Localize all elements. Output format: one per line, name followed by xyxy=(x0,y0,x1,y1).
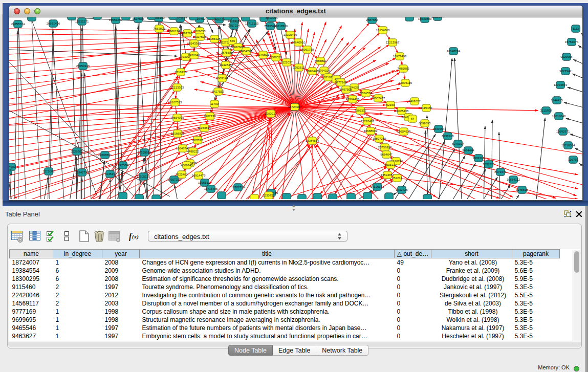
svg-text:16543362: 16543362 xyxy=(187,42,201,45)
svg-text:12975115: 12975115 xyxy=(399,81,412,84)
svg-text:16154808: 16154808 xyxy=(376,29,390,32)
svg-text:64: 64 xyxy=(411,117,415,120)
svg-text:19384554: 19384554 xyxy=(306,139,319,142)
svg-text:16648784: 16648784 xyxy=(447,50,461,53)
svg-text:16914479: 16914479 xyxy=(192,174,206,177)
svg-text:10688609: 10688609 xyxy=(364,129,378,133)
svg-text:0899695: 0899695 xyxy=(419,122,431,125)
svg-text:3624554: 3624554 xyxy=(360,92,372,95)
svg-text:9115460: 9115460 xyxy=(421,106,433,110)
svg-text:13325419: 13325419 xyxy=(284,33,297,36)
svg-text:8471676: 8471676 xyxy=(494,170,507,173)
svg-text:20053346: 20053346 xyxy=(76,64,90,68)
svg-text:16107523: 16107523 xyxy=(168,101,182,104)
svg-text:18807269: 18807269 xyxy=(373,137,386,140)
svg-text:18724007: 18724007 xyxy=(288,105,302,108)
svg-text:2933114: 2933114 xyxy=(473,157,485,160)
svg-text:16961758: 16961758 xyxy=(300,48,314,51)
svg-text:16033809: 16033809 xyxy=(418,17,432,20)
svg-text:12213303: 12213303 xyxy=(170,86,184,89)
svg-text:5226058: 5226058 xyxy=(193,30,206,33)
svg-text:1640954: 1640954 xyxy=(432,127,445,130)
svg-text:10807487: 10807487 xyxy=(372,97,385,100)
svg-text:10958117: 10958117 xyxy=(198,181,212,184)
svg-text:6497508: 6497508 xyxy=(340,88,352,91)
svg-text:7386372: 7386372 xyxy=(354,109,366,112)
svg-text:10210643: 10210643 xyxy=(552,115,566,118)
svg-text:16553267: 16553267 xyxy=(109,18,123,21)
svg-text:10025438: 10025438 xyxy=(395,110,409,113)
svg-text:13975887: 13975887 xyxy=(116,164,130,167)
svg-text:9329966: 9329966 xyxy=(560,55,573,58)
svg-text:2603144: 2603144 xyxy=(216,77,228,80)
svg-text:1112: 1112 xyxy=(573,27,579,30)
svg-text:20206551: 20206551 xyxy=(98,154,112,157)
svg-text:19654933: 19654933 xyxy=(170,116,184,119)
svg-text:2526605: 2526605 xyxy=(71,150,83,153)
svg-text:3919: 3919 xyxy=(9,169,11,172)
svg-text:9474444: 9474444 xyxy=(462,149,474,152)
svg-text:3215938: 3215938 xyxy=(540,109,552,112)
svg-text:9146821: 9146821 xyxy=(257,53,269,56)
svg-text:19654923: 19654923 xyxy=(397,130,411,133)
svg-text:1527602: 1527602 xyxy=(132,17,144,20)
svg-text:7485063: 7485063 xyxy=(397,67,409,70)
svg-text:1588520: 1588520 xyxy=(270,56,282,59)
svg-text:8427552: 8427552 xyxy=(212,90,224,93)
svg-text:17359914: 17359914 xyxy=(138,151,151,154)
svg-text:12505135: 12505135 xyxy=(137,175,150,178)
svg-text:9777169: 9777169 xyxy=(335,81,347,84)
svg-text:9245632: 9245632 xyxy=(516,188,528,191)
svg-text:546: 546 xyxy=(230,39,235,42)
svg-text:11700: 11700 xyxy=(210,102,219,105)
svg-text:19166825: 19166825 xyxy=(171,132,185,135)
svg-text:7857224: 7857224 xyxy=(228,24,240,27)
svg-text:1733426: 1733426 xyxy=(396,188,408,191)
svg-text:17942737: 17942737 xyxy=(75,171,89,174)
svg-text:9684047: 9684047 xyxy=(380,153,393,156)
svg-text:8122037: 8122037 xyxy=(280,61,293,64)
svg-text:6379197: 6379197 xyxy=(452,142,464,145)
svg-text:116753: 116753 xyxy=(568,158,578,161)
svg-text:9242845: 9242845 xyxy=(220,63,232,67)
svg-text:9463627: 9463627 xyxy=(408,100,421,103)
svg-text:2687682: 2687682 xyxy=(366,18,378,21)
svg-text:18640910: 18640910 xyxy=(292,41,306,44)
svg-text:7663822: 7663822 xyxy=(153,27,165,30)
svg-text:15716485: 15716485 xyxy=(204,187,218,190)
svg-text:6794024: 6794024 xyxy=(318,69,330,72)
svg-text:9227342: 9227342 xyxy=(559,70,572,73)
svg-text:1244415: 1244415 xyxy=(551,99,563,102)
svg-text:20364436: 20364436 xyxy=(346,98,360,101)
svg-text:9990448: 9990448 xyxy=(306,70,318,73)
svg-text:17016504: 17016504 xyxy=(561,144,575,147)
svg-text:12213967: 12213967 xyxy=(386,41,400,44)
svg-text:4609345: 4609345 xyxy=(181,164,193,167)
svg-text:15751074: 15751074 xyxy=(565,40,579,43)
svg-text:20756928: 20756928 xyxy=(378,146,392,149)
svg-text:1362615: 1362615 xyxy=(293,66,305,69)
svg-text:24055724: 24055724 xyxy=(11,23,25,26)
svg-text:11353594: 11353594 xyxy=(198,126,211,129)
svg-text:1215682: 1215682 xyxy=(42,170,55,173)
svg-text:15720407: 15720407 xyxy=(361,120,375,123)
svg-text:3875685: 3875685 xyxy=(221,51,233,54)
svg-text:4498222: 4498222 xyxy=(187,150,199,153)
svg-text:14136141: 14136141 xyxy=(371,185,384,188)
svg-text:8938918: 8938918 xyxy=(442,135,454,138)
svg-text:8960124: 8960124 xyxy=(168,30,180,33)
svg-text:7625402: 7625402 xyxy=(176,173,188,176)
svg-text:891295: 891295 xyxy=(182,32,193,35)
svg-text:(x): (x) xyxy=(132,233,139,240)
svg-text:8186328: 8186328 xyxy=(208,37,221,40)
svg-text:2420046: 2420046 xyxy=(188,54,200,57)
svg-text:1230757: 1230757 xyxy=(263,194,275,197)
svg-text:16782759: 16782759 xyxy=(231,186,245,189)
svg-text:8454749: 8454749 xyxy=(240,50,252,53)
svg-text:20691406: 20691406 xyxy=(47,22,60,25)
svg-text:8813094: 8813094 xyxy=(431,17,444,18)
svg-text:2718126: 2718126 xyxy=(175,71,187,74)
svg-text:7955812: 7955812 xyxy=(314,59,326,62)
svg-text:62160: 62160 xyxy=(386,103,395,106)
svg-text:8813094: 8813094 xyxy=(266,17,278,19)
